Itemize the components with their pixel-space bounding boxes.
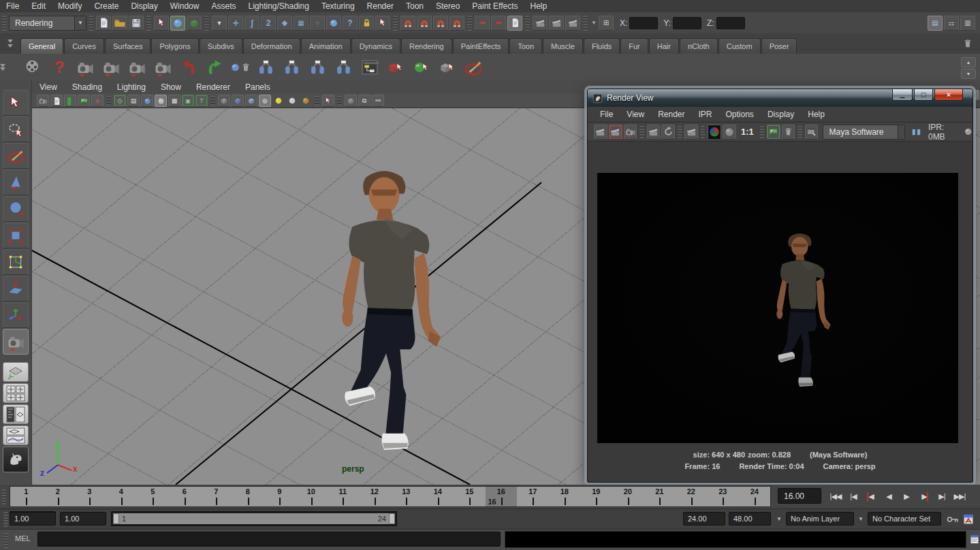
snap-help-button[interactable]: ? [343,16,358,31]
keep-image-icon[interactable] [767,125,780,140]
shaded-cube-icon[interactable] [232,95,244,107]
selection-mask-dropdown[interactable]: ▼ [212,16,227,31]
backface-culling-icon[interactable]: ▣ [182,95,194,107]
animation-end-field[interactable]: 48.00 [729,512,771,525]
shelf-tab-dynamics[interactable]: Dynamics [351,38,400,54]
menu-create[interactable]: Create [88,0,125,12]
select-by-hierarchy-button[interactable] [154,16,169,31]
remove-image-icon[interactable] [782,125,795,140]
statusline-grip[interactable] [525,16,530,31]
make-object-live-button[interactable] [326,16,341,31]
redo-previous-render-icon[interactable] [609,125,622,140]
shelf-tab-fluids[interactable]: Fluids [584,38,620,54]
rendered-image-canvas[interactable] [597,173,958,443]
shelf-tab-deformation[interactable]: Deformation [243,38,300,54]
menu-stereo[interactable]: Stereo [430,0,466,12]
default-material-cube-icon[interactable] [218,95,230,107]
isolate-select-icon[interactable] [322,95,334,107]
timeline-tick[interactable]: 10 [296,487,328,506]
help-question-icon[interactable]: ? [48,56,71,79]
statusline-grip[interactable] [467,16,472,31]
timeline-tick[interactable]: 14 [422,487,454,506]
timeline-tick[interactable]: 22 [676,487,708,506]
shelf-tab-fur[interactable]: Fur [620,38,648,54]
camera-track-tool-icon[interactable] [99,56,123,79]
menu-help[interactable]: Help [524,0,554,12]
statusline-grip[interactable] [89,16,93,31]
statusline-grip[interactable] [146,16,151,31]
rv-menu-view[interactable]: View [620,110,651,119]
rv-menu-render[interactable]: Render [651,110,691,119]
construction-history-off-button[interactable]: ⬅ [491,16,506,31]
shelf-tab-curves[interactable]: Curves [64,38,104,54]
wireframe-icon[interactable]: ◇ [114,95,126,107]
render-settings-button[interactable] [565,16,580,31]
pan-zoom-2d-icon[interactable]: ✛ [91,95,104,107]
timeline-current-frame[interactable]: 1616 [486,487,518,506]
timeline-tick[interactable]: 5 [137,487,169,506]
shelf-tab-hair[interactable]: Hair [649,38,679,54]
timeline-ruler[interactable]: 1 2 3 4 5 6 7 8 9 10 11 12 13 14 15 1616… [10,486,771,507]
go-to-start-button[interactable]: |◀◀ [827,488,844,506]
mel-label[interactable]: MEL [15,534,31,543]
menu-set-dropdown[interactable]: Rendering ▼ [9,16,86,31]
menu-assets[interactable]: Assets [205,0,242,12]
camera-zoom-tool-icon[interactable] [151,56,174,79]
snap-to-projected-center-button[interactable]: ▦ [294,16,309,31]
textured-view-icon[interactable]: T [195,95,208,107]
show-manipulator-tool-button[interactable] [3,302,29,328]
output-of-selected-magnet-icon[interactable] [417,16,432,31]
four-pane-layout-button[interactable] [3,383,29,403]
menu-edit[interactable]: Edit [25,0,52,12]
render-view-titlebar[interactable]: Render View ▁ ▢ × [588,89,973,107]
ipr-render-icon[interactable] [647,125,661,140]
character-model[interactable] [317,163,446,453]
frame-all-icon[interactable]: ⧉ [358,95,370,107]
shelf-tab-subdivs[interactable]: Subdivs [200,38,242,54]
select-tool-button[interactable] [3,90,29,116]
range-grip[interactable] [3,512,8,527]
anim-layer-dropdown[interactable]: No Anim Layer [786,512,854,525]
close-button[interactable]: × [934,89,963,101]
playback-end-field[interactable]: 24.00 [683,512,725,525]
go-to-end-button[interactable]: ▶▶| [951,488,968,506]
shelf-tab-custom[interactable]: Custom [718,38,761,54]
render-current-frame-button[interactable] [533,16,548,31]
auto-keyframe-toggle-icon[interactable] [963,514,974,525]
shelf-tab-ncloth[interactable]: nCloth [680,38,718,54]
shelf-scroll-down-icon[interactable]: ▼ [961,69,976,79]
show-tool-settings-button[interactable]: ⚏ [944,16,959,31]
animation-start-field[interactable]: 1.00 [10,512,56,525]
timeline-tick[interactable]: 24 [739,487,771,506]
textured-cube-icon[interactable] [245,95,257,107]
use-no-lights-icon[interactable] [286,95,298,107]
paint-effects-brush-icon[interactable] [462,56,485,79]
xray-icon[interactable]: ▩ [168,95,180,107]
anim-layer-arrow[interactable]: ▼ [858,516,864,522]
timeline-tick[interactable]: 12 [359,487,391,506]
insert-joint-tool-icon[interactable] [332,56,355,79]
cmdline-grip[interactable] [3,533,8,548]
panel-menu-view[interactable]: View [32,82,65,92]
statusline-grip[interactable] [393,16,398,31]
timeline-tick[interactable]: 21 [644,487,676,506]
rv-menu-file[interactable]: File [593,110,620,119]
delete-object-icon[interactable] [229,56,252,79]
panel-menu-lighting[interactable]: Lighting [110,82,153,92]
set-key-icon[interactable] [947,515,959,524]
universal-manipulator-button[interactable] [3,249,29,275]
menu-toon[interactable]: Toon [400,0,430,12]
rv-menu-ipr[interactable]: IPR [692,110,719,119]
shelf-tab-animation[interactable]: Animation [301,38,351,54]
shelf-tab-muscle[interactable]: Muscle [543,38,583,54]
playback-range-track[interactable]: 1 24 [111,511,397,526]
joint-tool-icon[interactable] [255,56,278,79]
timeline-tick[interactable]: 15 [454,487,486,506]
renderer-dropdown[interactable]: Maya Software [823,125,898,140]
move-tool-button[interactable] [3,169,29,195]
no-construction-history-magnet-icon[interactable] [449,16,464,31]
timeline-grip[interactable] [1,489,6,504]
real-size-button[interactable]: 1:1 [741,127,754,137]
paint-selection-tool-button[interactable] [3,143,29,169]
playblast-reel-icon[interactable] [22,56,45,79]
